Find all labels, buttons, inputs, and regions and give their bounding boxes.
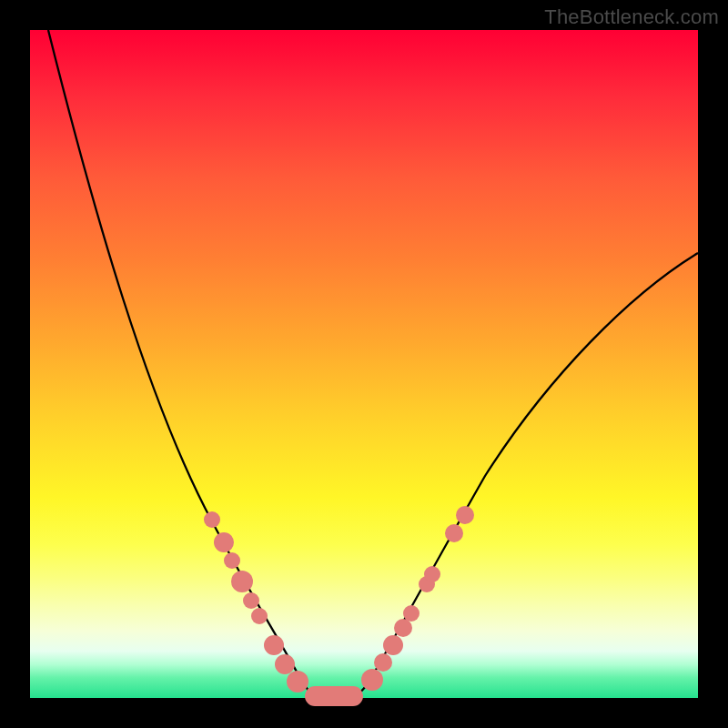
data-dot <box>204 511 220 528</box>
chart-frame: TheBottleneck.com <box>0 0 728 728</box>
data-dot <box>424 566 440 582</box>
data-dot <box>394 619 412 637</box>
data-dot <box>214 532 234 552</box>
data-dot <box>361 669 383 691</box>
data-dot <box>403 605 420 622</box>
data-dot <box>275 654 295 674</box>
data-dot <box>224 552 240 569</box>
bottom-pill <box>305 686 363 706</box>
data-dot <box>264 635 284 655</box>
dot-group <box>204 506 474 693</box>
curve-layer <box>30 30 698 698</box>
data-dot <box>383 635 403 655</box>
data-dot <box>231 571 253 592</box>
data-dot <box>243 592 259 609</box>
data-dot <box>374 653 392 672</box>
plot-area <box>30 30 698 698</box>
left-curve <box>48 30 312 695</box>
data-dot <box>251 608 268 624</box>
data-dot <box>456 506 474 524</box>
data-dot <box>445 524 463 542</box>
watermark-text: TheBottleneck.com <box>544 5 719 29</box>
data-dot <box>287 671 308 693</box>
